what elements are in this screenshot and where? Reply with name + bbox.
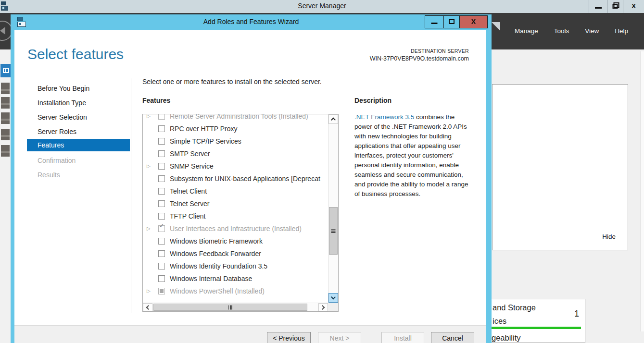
menu-tools[interactable]: Tools [554, 27, 569, 35]
feature-row[interactable]: ▷✓Windows Feedback Forwarder [143, 247, 328, 260]
grip-icon [228, 305, 232, 309]
page-title: Select features [27, 46, 124, 62]
dotnet-framework-link[interactable]: .NET Framework 3.5 [354, 113, 414, 121]
feature-checkbox[interactable]: ✓ [158, 250, 165, 257]
step-before-you-begin[interactable]: Before You Begin [27, 82, 130, 95]
nav-dashboard-icon[interactable] [0, 64, 11, 77]
tile-text-line2: ices [492, 317, 506, 326]
server-manager-scrollbar[interactable] [641, 51, 644, 331]
file-storage-services-tile[interactable]: and Storage 1 ices geability [492, 299, 585, 343]
minimize-icon [431, 23, 438, 24]
sidebar-divider [131, 78, 131, 313]
feature-label: Remote Server Administration Tools (Inst… [170, 114, 308, 122]
intro-text: Select one or more features to install o… [142, 78, 322, 86]
feature-checkbox[interactable]: ✓ [158, 114, 165, 120]
feature-label: Subsystem for UNIX-based Applications [D… [170, 172, 320, 185]
expand-arrow-icon[interactable]: ▷ [147, 114, 151, 122]
horizontal-scroll-thumb[interactable] [153, 304, 307, 311]
feature-checkbox[interactable]: ✓ [158, 238, 165, 245]
feature-row[interactable]: ▷✓TFTP Client [143, 210, 328, 222]
feature-checkbox[interactable]: ✓ [158, 175, 165, 182]
expand-arrow-icon[interactable]: ▷ [147, 222, 151, 235]
feature-row[interactable]: ▷✓SMTP Server [143, 147, 328, 160]
features-rows: ▷✓Remote Server Administration Tools (In… [143, 114, 328, 303]
dialog-close-button[interactable]: X [459, 16, 487, 28]
feature-checkbox[interactable]: ✓ [158, 213, 165, 220]
feature-checkbox[interactable]: ✓ [158, 138, 165, 145]
feature-checkbox[interactable]: ✓ [158, 188, 165, 195]
install-button[interactable]: Install [381, 332, 424, 343]
horizontal-scrollbar[interactable] [143, 303, 328, 311]
feature-checkbox[interactable]: ✓ [158, 200, 165, 207]
feature-checkbox[interactable]: ✓ [158, 263, 165, 270]
nav-roles-icon[interactable] [1, 145, 10, 157]
feature-checkbox[interactable]: ✓ [158, 225, 165, 232]
vertical-scroll-thumb[interactable] [329, 207, 338, 255]
menu-help[interactable]: Help [615, 27, 628, 35]
menu-manage[interactable]: Manage [515, 27, 538, 35]
nav-services-icon[interactable] [1, 129, 10, 140]
dialog-maximize-button[interactable] [443, 16, 459, 28]
expand-arrow-icon[interactable]: ▷ [147, 160, 151, 172]
dialog-title: Add Roles and Features Wizard [11, 18, 492, 25]
features-list-label: Features [142, 97, 170, 104]
tile-status-bar [492, 327, 581, 329]
events-panel: Hide [492, 84, 628, 250]
hide-link[interactable]: Hide [602, 233, 616, 240]
step-server-selection[interactable]: Server Selection [27, 111, 130, 123]
tile-text-line3: geability [492, 333, 521, 343]
feature-row[interactable]: ▷✓Windows Internal Database [143, 272, 328, 285]
feature-label: SMTP Server [170, 147, 210, 160]
feature-row[interactable]: ▷✓Telnet Server [143, 197, 328, 210]
feature-label: Windows PowerShell (Installed) [170, 285, 265, 297]
feature-row[interactable]: ▷✓Windows PowerShell (Installed) [143, 285, 328, 297]
breadcrumb-chevron [492, 22, 500, 31]
feature-checkbox[interactable]: ✓ [158, 150, 165, 157]
scroll-up-button[interactable] [328, 114, 338, 124]
expand-arrow-icon[interactable]: ▷ [147, 285, 151, 297]
nav-local-server-icon[interactable] [1, 83, 10, 94]
previous-button[interactable]: < Previous [267, 332, 311, 343]
feature-checkbox[interactable]: ✓ [158, 125, 165, 132]
feature-row[interactable]: ▷✓Telnet Client [143, 185, 328, 197]
feature-row[interactable]: ▷✓Windows Identity Foundation 3.5 [143, 260, 328, 272]
next-button[interactable]: Next > [318, 332, 361, 343]
feature-checkbox[interactable]: ✓ [158, 288, 165, 294]
step-server-roles[interactable]: Server Roles [27, 125, 130, 138]
tile-count: 1 [574, 309, 579, 319]
cancel-button[interactable]: Cancel [431, 332, 474, 343]
window-title: Server Manager [0, 2, 644, 10]
feature-row[interactable]: ▷✓Simple TCP/IP Services [143, 135, 328, 147]
wizard-content: Select features DESTINATION SERVER WIN-3… [14, 30, 486, 343]
feature-checkbox[interactable]: ✓ [158, 163, 165, 170]
feature-row[interactable]: ▷✓Windows Biometric Framework [143, 235, 328, 247]
step-installation-type[interactable]: Installation Type [27, 97, 130, 109]
chevron-left-icon [146, 305, 151, 310]
window-restore-button[interactable] [607, 0, 623, 13]
scroll-down-button[interactable] [328, 293, 338, 303]
feature-label: RPC over HTTP Proxy [170, 122, 238, 135]
feature-row[interactable]: ▷✓RPC over HTTP Proxy [143, 122, 328, 135]
step-features[interactable]: Features [27, 139, 130, 151]
feature-row[interactable]: ▷✓SNMP Service [143, 160, 328, 172]
tile-text-line1: and Storage [492, 303, 536, 312]
vertical-scrollbar[interactable] [328, 114, 338, 303]
feature-label: TFTP Client [170, 210, 205, 222]
nav-all-servers-icon[interactable] [1, 97, 10, 109]
window-minimize-button[interactable] [589, 0, 607, 13]
feature-row[interactable]: ▷✓User Interfaces and Infrastructure (In… [143, 222, 328, 235]
restore-icon [613, 4, 618, 9]
maximize-icon [449, 19, 455, 24]
window-close-button[interactable]: X [623, 0, 644, 13]
nav-file-storage-icon[interactable] [1, 112, 10, 124]
feature-checkbox[interactable]: ✓ [158, 275, 165, 282]
scroll-right-button[interactable] [318, 303, 328, 311]
scroll-left-button[interactable] [143, 303, 152, 311]
dialog-minimize-button[interactable] [425, 16, 443, 28]
menu-view[interactable]: View [585, 27, 599, 35]
feature-row[interactable]: ▷✓Subsystem for UNIX-based Applications … [143, 172, 328, 185]
feature-label: Simple TCP/IP Services [170, 135, 241, 147]
feature-row[interactable]: ▷✓Remote Server Administration Tools (In… [143, 114, 328, 122]
feature-label: Telnet Server [170, 197, 209, 210]
dialog-titlebar[interactable]: Add Roles and Features Wizard X [11, 14, 492, 30]
